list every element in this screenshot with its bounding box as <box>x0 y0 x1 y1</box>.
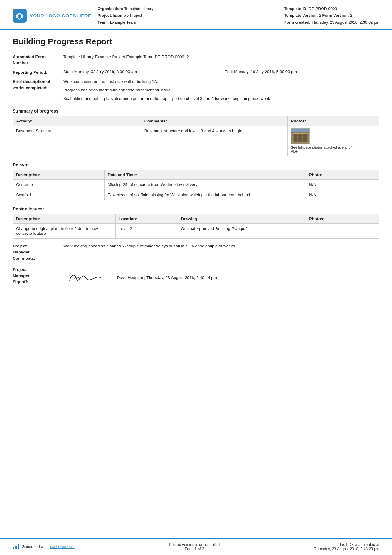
design-issues-header-row: Description: Location: Drawing: Photos: <box>13 214 379 223</box>
design-issues-section-title: Design Issues: <box>13 206 379 211</box>
design-col-desc: Description: <box>13 214 116 223</box>
generated-text: Generated with <box>22 545 47 549</box>
design-col-location: Location: <box>115 214 178 223</box>
logo-text: YOUR LOGO GOES HERE <box>30 13 91 18</box>
photo-caption: See full page photos attached at end of … <box>291 146 354 153</box>
org-value: Template Library <box>124 7 153 11</box>
bar-2 <box>15 546 17 549</box>
template-id-label: Template ID: <box>284 7 308 11</box>
delays-datetime-1: Missing 25t of concrete from Wednesday d… <box>104 179 306 190</box>
design-drawing-1: Original-Approved-Building-Plan.pdf <box>178 223 306 238</box>
summary-table: Activity: Comments: Photos: Basement Str… <box>13 116 379 156</box>
logo-box: YOUR LOGO GOES HERE <box>13 9 91 23</box>
brief-desc-value: Work continuing on the east side wall of… <box>63 78 379 102</box>
team-row: Team: Example Team <box>98 19 284 26</box>
form-created-label: Form created: <box>284 20 310 25</box>
pm-comments-row: ProjectManagerComments: Work moving ahea… <box>13 243 379 262</box>
org-label: Organisation: <box>98 7 123 11</box>
bar-3 <box>18 544 19 549</box>
team-label: Team: <box>98 20 109 25</box>
report-title: Building Progress Report <box>13 37 379 49</box>
design-location-1: Level 2 <box>115 223 178 238</box>
footer-uncontrolled: Printed version is uncontrolled <box>169 542 220 547</box>
form-version-value: 2 <box>350 13 352 18</box>
page-footer: Generated with dashpivot.com Printed ver… <box>0 538 392 555</box>
photo-cell: See full page photos attached at end of … <box>291 128 376 153</box>
dashpivot-icon <box>13 544 19 549</box>
summary-col-activity: Activity: <box>13 116 141 126</box>
delays-table: Description: Date and Time: Photo: Concr… <box>13 170 379 200</box>
logo-area: YOUR LOGO GOES HERE <box>13 6 91 26</box>
photo-thumbnail <box>291 128 310 144</box>
summary-activity-1: Basement Structure <box>13 126 141 156</box>
delays-desc-2: Scaffold <box>13 190 105 200</box>
delays-datetime-2: Few pieces of scaffold missing for West … <box>104 190 306 200</box>
form-number-label: Automated Form Number <box>13 54 63 66</box>
footer-center: Printed version is uncontrolled Page 1 o… <box>169 542 220 551</box>
svg-rect-2 <box>294 134 297 142</box>
signature-name: Dave Hodgson, Thursday, 23 August 2018, … <box>117 268 217 281</box>
footer-page: Page 1 of 2 <box>169 547 220 551</box>
form-number-value: Template Library-Example Project-Example… <box>63 54 379 60</box>
reporting-start: Start: Monday, 02 July 2018, 8:00:00 am <box>63 69 218 74</box>
pm-signoff-label: ProjectManagerSignoff: <box>13 266 63 285</box>
svg-rect-4 <box>303 134 307 142</box>
design-issues-row-1: Change to original plan on floor 2 due t… <box>13 223 379 238</box>
template-id-row: Template ID: DP-PROD-0009 <box>284 6 379 12</box>
delays-row-1: Concrete Missing 25t of concrete from We… <box>13 179 379 190</box>
form-created-row: Form created: Thursday, 23 August 2018, … <box>284 19 379 26</box>
design-issues-table: Description: Location: Drawing: Photos: … <box>13 214 379 239</box>
page-spacer <box>0 417 392 538</box>
signature-image <box>63 268 107 287</box>
summary-col-photos: Photos: <box>288 116 379 126</box>
brief-desc-line-3: Scaffolding and netting has also been pu… <box>63 96 379 102</box>
reporting-period-label: Reporting Period: <box>13 69 63 76</box>
delays-section-title: Delays: <box>13 162 379 167</box>
reporting-period-values: Start: Monday, 02 July 2018, 8:00:00 am … <box>63 69 379 74</box>
footer-link[interactable]: dashpivot.com <box>50 545 74 549</box>
pm-comments-value: Work moving ahead as planned. A couple o… <box>63 243 379 250</box>
delays-photo-2: N/A <box>306 190 379 200</box>
logo-icon <box>13 9 27 23</box>
main-content: Building Progress Report Automated Form … <box>0 30 392 417</box>
svg-rect-3 <box>298 134 302 142</box>
summary-section-title: Summary of progress: <box>13 109 379 114</box>
template-id-value: DP-PROD-0009 <box>309 7 337 11</box>
template-version-label: Template Version: <box>284 13 318 18</box>
footer-right-text: This PDF was created at <box>314 542 379 547</box>
form-number-row: Automated Form Number Template Library-E… <box>13 54 379 66</box>
project-row: Project: Example Project <box>98 12 284 19</box>
signature-area: Dave Hodgson, Thursday, 23 August 2018, … <box>63 268 379 287</box>
delays-photo-1: N/A <box>306 179 379 190</box>
delays-row-2: Scaffold Few pieces of scaffold missing … <box>13 190 379 200</box>
org-row: Organisation: Template Library <box>98 6 284 12</box>
design-desc-1: Change to original plan on floor 2 due t… <box>13 223 116 238</box>
design-photos-1 <box>306 223 379 238</box>
footer-left: Generated with dashpivot.com <box>13 544 75 549</box>
header-meta-center: Organisation: Template Library Project: … <box>98 6 284 26</box>
page-wrapper: YOUR LOGO GOES HERE Organisation: Templa… <box>0 0 392 555</box>
header-meta-right: Template ID: DP-PROD-0009 Template Versi… <box>284 6 379 26</box>
project-label: Project: <box>98 13 113 18</box>
summary-comments-1: Basement structure and levels 3 and 4 wo… <box>141 126 288 156</box>
brief-desc-row: Brief description of works completed: Wo… <box>13 78 379 102</box>
delays-col-datetime: Date and Time: <box>104 170 306 179</box>
design-col-drawing: Drawing: <box>178 214 306 223</box>
template-version-row: Template Version: 2 Form Version: 2 <box>284 12 379 19</box>
footer-right-date: Thursday, 23 August 2018, 2:48:23 pm <box>314 547 379 551</box>
delays-header-row: Description: Date and Time: Photo: <box>13 170 379 179</box>
brief-desc-line-2: Progress has been made with concrete bas… <box>63 87 379 94</box>
form-created-value: Thursday, 23 August 2018, 2:36:02 pm <box>312 20 380 25</box>
bar-1 <box>13 547 14 549</box>
delays-col-photo: Photo: <box>306 170 379 179</box>
reporting-end: End: Monday, 16 July 2018, 5:00:00 pm <box>224 69 379 74</box>
summary-col-comments: Comments: <box>141 116 288 126</box>
summary-table-header-row: Activity: Comments: Photos: <box>13 116 379 126</box>
brief-desc-line-1: Work continuing on the east side wall of… <box>63 78 379 85</box>
delays-desc-1: Concrete <box>13 179 105 190</box>
team-value: Example Team <box>110 20 136 25</box>
summary-photos-1: See full page photos attached at end of … <box>288 126 379 156</box>
delays-col-desc: Description: <box>13 170 105 179</box>
pm-comments-label: ProjectManagerComments: <box>13 243 63 262</box>
footer-right: This PDF was created at Thursday, 23 Aug… <box>314 542 379 551</box>
